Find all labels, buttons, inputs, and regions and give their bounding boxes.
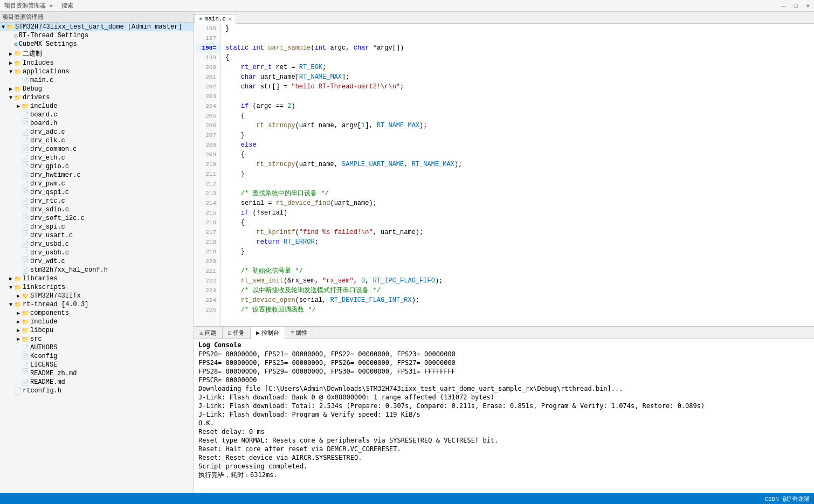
- tree-arrow-includes[interactable]: [8, 60, 14, 66]
- tree-item-rtconfig[interactable]: 📄rtconfig.h: [0, 386, 194, 395]
- line-number-196: 196: [194, 24, 220, 33]
- console-line: FPS28= 00000000, FPS29= 00000000, FPS30=…: [198, 367, 810, 376]
- tree-item-cubemx-settings[interactable]: ⚙CubeMX Settings: [0, 40, 194, 49]
- tree-item-drv-pwm[interactable]: 📄drv_pwm.c: [0, 179, 194, 188]
- tree-label-includes: Includes: [23, 59, 54, 67]
- tree-item-drv-eth[interactable]: 📄drv_eth.c: [0, 154, 194, 162]
- tree-arrow-rt-thread[interactable]: [8, 302, 14, 308]
- tree-item-drv-qspi[interactable]: 📄drv_qspi.c: [0, 188, 194, 197]
- tree-item-root[interactable]: 📁STM32H743iixx_test_uart_dome [Admin mas…: [0, 23, 194, 31]
- code-line-216: {: [225, 218, 810, 227]
- tree-item-board-h[interactable]: 📄board.h: [0, 119, 194, 128]
- tree-item-drv-hwtimer[interactable]: 📄drv_hwtimer.c: [0, 171, 194, 179]
- line-number-197: 197: [194, 33, 220, 43]
- tab-close-icon[interactable]: ✕: [228, 16, 231, 22]
- tree-item-drv-wdt[interactable]: 📄drv_wdt.c: [0, 257, 194, 266]
- tree-arrow-libcpu[interactable]: [15, 327, 22, 334]
- tree-item-drv-common[interactable]: 📄drv_common.c: [0, 145, 194, 154]
- file-c-icon: 📄: [22, 198, 29, 205]
- tree-arrow-binary[interactable]: [8, 51, 14, 57]
- code-line-209: {: [225, 150, 810, 160]
- project-explorer-tab[interactable]: 项目资源管理器 ✕: [2, 2, 55, 10]
- file-c-icon: 📄: [22, 241, 29, 248]
- tree-item-rt-thread[interactable]: 📁rt-thread [4.0.3]: [0, 300, 194, 309]
- tab-properties[interactable]: ≡ 属性: [285, 327, 314, 339]
- tree-item-board-c[interactable]: 📄board.c: [0, 111, 194, 119]
- tree-label-libraries: libraries: [23, 275, 58, 282]
- tree-item-drv-soft-i2c[interactable]: 📄drv_soft_i2c.c: [0, 214, 194, 223]
- status-text: CSDN @好奇龙猫: [764, 495, 810, 503]
- tab-tasks-label: 任务: [233, 329, 245, 337]
- tree-arrow-root[interactable]: [0, 24, 6, 30]
- tree-item-main-c[interactable]: 📄main.c: [0, 76, 194, 85]
- tree-item-include-drv[interactable]: 📁include: [0, 102, 194, 111]
- window-close[interactable]: ✕: [804, 2, 812, 9]
- tree-item-drv-clk[interactable]: 📄drv_clk.c: [0, 136, 194, 145]
- window-minimize[interactable]: —: [779, 3, 788, 9]
- tree-item-drv-usbh[interactable]: 📄drv_usbh.c: [0, 248, 194, 257]
- tree-item-authors[interactable]: 📄AUTHORS: [0, 343, 194, 352]
- tree-item-components[interactable]: 📁components: [0, 309, 194, 317]
- tree-item-drv-adc[interactable]: 📄drv_adc.c: [0, 128, 194, 136]
- tree-arrow-debug[interactable]: [8, 86, 14, 92]
- tree-item-drv-usart[interactable]: 📄drv_usart.c: [0, 231, 194, 240]
- tree-item-kconfig[interactable]: 📄Kconfig: [0, 352, 194, 361]
- line-number-211: 211: [194, 169, 220, 179]
- tab-tasks[interactable]: ☑ 任务: [223, 327, 251, 339]
- tree-item-libcpu[interactable]: 📁libcpu: [0, 326, 194, 335]
- line-number-213: 213: [194, 189, 220, 198]
- code-line-212: [225, 179, 810, 189]
- tree-item-drv-usbd[interactable]: 📄drv_usbd.c: [0, 240, 194, 248]
- code-content[interactable]: } static int uart_sample(int argc, char …: [221, 24, 814, 326]
- folder-icon: 📁: [14, 86, 22, 93]
- tree-item-linkscripts[interactable]: 📁linkscripts: [0, 283, 194, 292]
- tree-arrow-include-drv[interactable]: [15, 103, 22, 109]
- tree-arrow-src[interactable]: [15, 336, 22, 342]
- tree-item-license[interactable]: 📄LICENSE: [0, 361, 194, 369]
- code-line-198: static int uart_sample(int argc, char *a…: [225, 43, 810, 53]
- tree-item-drv-rtc[interactable]: 📄drv_rtc.c: [0, 197, 194, 205]
- file-c-icon: 📄: [22, 137, 29, 144]
- tree-item-stm32h743iltx[interactable]: 📁STM32H743IITx: [0, 292, 194, 300]
- tree-arrow-applications[interactable]: [8, 69, 14, 75]
- tree-arrow-drivers[interactable]: [8, 95, 14, 101]
- tree-item-libraries[interactable]: 📁libraries: [0, 274, 194, 283]
- folder-icon: 📁: [14, 94, 22, 101]
- line-number-212: 212: [194, 179, 220, 189]
- tree-item-include-rt[interactable]: 📁include: [0, 317, 194, 326]
- tree-item-debug[interactable]: 📁Debug: [0, 85, 194, 93]
- line-number-216: 216: [194, 218, 220, 227]
- file-c-icon: 📄: [22, 232, 29, 239]
- search-tab[interactable]: 搜索: [59, 2, 75, 10]
- file-c-icon: 📄: [22, 163, 29, 170]
- tree-label-drv-rtc: drv_rtc.c: [30, 197, 65, 205]
- tree-item-drivers[interactable]: 📁drivers: [0, 93, 194, 102]
- window-maximize[interactable]: □: [792, 3, 800, 9]
- tree-item-binary[interactable]: 📁二进制: [0, 49, 194, 59]
- tree-label-include-drv: include: [30, 102, 57, 110]
- tab-problems[interactable]: ⚠ 问题: [194, 327, 223, 339]
- tree-item-applications[interactable]: 📁applications: [0, 67, 194, 76]
- tree-arrow-libraries[interactable]: [8, 275, 14, 282]
- tab-console[interactable]: ▶ 控制台: [251, 327, 285, 339]
- tree-item-rt-thread-settings[interactable]: ⚙RT-Thread Settings: [0, 31, 194, 40]
- tree-arrow-linkscripts[interactable]: [8, 285, 14, 291]
- tree-item-readme[interactable]: 📄README.md: [0, 378, 194, 386]
- tree-item-includes[interactable]: 📁Includes: [0, 59, 194, 67]
- console-line: O.K.: [198, 419, 810, 427]
- tree-arrow-components[interactable]: [15, 310, 22, 316]
- tree-item-readme-zh[interactable]: 📄README_zh.md: [0, 369, 194, 378]
- line-number-206: 206: [194, 121, 220, 130]
- line-number-204: 204: [194, 101, 220, 111]
- folder-icon: 📁: [6, 24, 14, 31]
- tree-item-drv-gpio[interactable]: 📄drv_gpio.c: [0, 162, 194, 171]
- tree-item-drv-sdio[interactable]: 📄drv_sdio.c: [0, 205, 194, 214]
- folder-icon: 📁: [22, 310, 29, 317]
- tree-arrow-stm32h743iltx[interactable]: [15, 293, 22, 299]
- tab-main-c[interactable]: ● main.c ✕: [194, 14, 236, 24]
- tree-item-drv-spi[interactable]: 📄drv_spi.c: [0, 223, 194, 231]
- tree-arrow-include-rt[interactable]: [15, 319, 22, 325]
- tree-label-rt-thread: rt-thread [4.0.3]: [23, 301, 88, 308]
- tree-item-src[interactable]: 📁src: [0, 335, 194, 343]
- tree-item-stm32h7xx-hal[interactable]: 📄stm32h7xx_hal_conf.h: [0, 266, 194, 274]
